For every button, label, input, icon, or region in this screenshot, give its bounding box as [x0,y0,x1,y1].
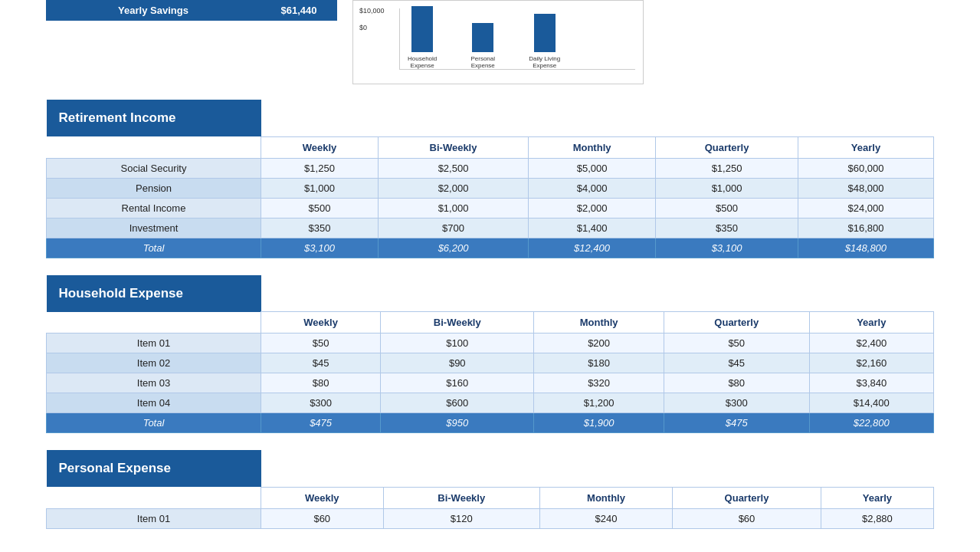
chart-y-label-low: $0 [359,24,385,31]
retirement-total-biweekly: $6,200 [379,238,529,258]
household-row-1-label: Item 02 [47,353,261,373]
retirement-total-label: Total [47,238,261,258]
chart-bar-label-personal: Personal Expense [460,55,506,69]
household-row-0-yearly: $2,400 [809,334,933,353]
yearly-savings-row: Yearly Savings $61,440 [46,0,337,21]
retirement-row-1-quarterly: $1,000 [656,178,798,198]
retirement-header-row: Retirement Income [47,100,934,136]
household-row-0-quarterly: $50 [664,334,809,353]
retirement-row-0-biweekly: $2,500 [379,158,529,178]
household-row-1-monthly: $180 [534,353,664,373]
retirement-row-0-quarterly: $1,250 [656,158,798,178]
chart-bar-label-daily: Daily LivingExpense [529,55,560,69]
household-row-1: Item 02 $45 $90 $180 $45 $2,160 [47,353,934,373]
retirement-row-0-yearly: $60,000 [798,158,933,178]
chart-bar-group-2: Personal Expense [460,23,506,69]
retirement-row-2-biweekly: $1,000 [379,198,529,218]
household-row-3-weekly: $300 [261,393,381,413]
household-row-3-biweekly: $600 [381,393,534,413]
retirement-row-2: Rental Income $500 $1,000 $2,000 $500 $2… [47,198,934,218]
personal-col-yearly: Yearly [821,487,933,508]
household-header-row: Household Expense [47,275,934,312]
household-row-0: Item 01 $50 $100 $200 $50 $2,400 [47,334,934,353]
household-row-2-label: Item 03 [47,373,261,393]
household-row-1-biweekly: $90 [381,353,534,373]
chart-bar-household [411,6,433,52]
personal-row-0-yearly: $2,880 [821,508,933,528]
personal-col-monthly: Monthly [539,487,672,508]
retirement-row-3: Investment $350 $700 $1,400 $350 $16,800 [47,218,934,238]
household-row-0-biweekly: $100 [381,334,534,353]
household-col-weekly: Weekly [261,312,381,334]
personal-row-0-label: Item 01 [47,508,261,528]
page-wrapper: Yearly Savings $61,440 $10,000 $0 Househ… [0,0,980,546]
household-row-2-weekly: $80 [261,373,381,393]
retirement-row-3-quarterly: $350 [656,218,798,238]
personal-row-0-biweekly: $120 [383,508,539,528]
personal-row-0-weekly: $60 [261,508,384,528]
retirement-section-title: Retirement Income [47,100,261,136]
chart-container: $10,000 $0 HouseholdExpense Personal Exp… [352,0,644,84]
household-row-2: Item 03 $80 $160 $320 $80 $3,840 [47,373,934,393]
retirement-row-3-label: Investment [47,218,261,238]
personal-header-row: Personal Expense [47,450,934,487]
chart-bars-area: HouseholdExpense Personal Expense Daily … [399,8,635,70]
household-total-row: Total $475 $950 $1,900 $475 $22,800 [47,413,934,433]
retirement-income-section: Retirement Income Weekly Bi-Weekly Month… [46,100,934,258]
chart-bar-personal [472,23,493,52]
household-row-1-quarterly: $45 [664,353,809,373]
household-row-3-monthly: $1,200 [534,393,664,413]
retirement-income-table: Retirement Income Weekly Bi-Weekly Month… [46,100,934,258]
household-total-yearly: $22,800 [809,413,933,433]
retirement-total-row: Total $3,100 $6,200 $12,400 $3,100 $148,… [47,238,934,258]
personal-col-quarterly: Quarterly [673,487,821,508]
household-row-0-label: Item 01 [47,334,261,353]
household-total-label: Total [47,413,261,433]
retirement-row-3-monthly: $1,400 [529,218,656,238]
retirement-row-0-monthly: $5,000 [529,158,656,178]
chart-y-labels: $10,000 $0 [359,7,385,31]
retirement-col-biweekly: Bi-Weekly [379,136,529,158]
retirement-row-0-weekly: $1,250 [261,158,379,178]
chart-bar-group-3: Daily LivingExpense [529,14,560,69]
retirement-row-0: Social Security $1,250 $2,500 $5,000 $1,… [47,158,934,178]
household-row-3-label: Item 04 [47,393,261,413]
retirement-row-3-yearly: $16,800 [798,218,933,238]
yearly-savings-block: Yearly Savings $61,440 [46,0,337,84]
household-row-3-quarterly: $300 [664,393,809,413]
household-expense-section: Household Expense Weekly Bi-Weekly Month… [46,275,934,434]
household-total-biweekly: $950 [381,413,534,433]
retirement-col-monthly: Monthly [529,136,656,158]
retirement-col-headers: Weekly Bi-Weekly Monthly Quarterly Yearl… [47,136,934,158]
retirement-total-quarterly: $3,100 [656,238,798,258]
retirement-col-weekly: Weekly [261,136,379,158]
personal-col-weekly: Weekly [261,487,384,508]
household-col-biweekly: Bi-Weekly [381,312,534,334]
household-total-quarterly: $475 [664,413,809,433]
personal-row-0-quarterly: $60 [673,508,821,528]
retirement-row-1-monthly: $4,000 [529,178,656,198]
retirement-row-2-quarterly: $500 [656,198,798,218]
chart-y-label-high: $10,000 [359,7,385,15]
retirement-total-monthly: $12,400 [529,238,656,258]
personal-col-headers: Weekly Bi-Weekly Monthly Quarterly Yearl… [47,487,934,508]
household-row-2-monthly: $320 [534,373,664,393]
retirement-row-1-label: Pension [47,178,261,198]
household-row-3: Item 04 $300 $600 $1,200 $300 $14,400 [47,393,934,413]
retirement-col-yearly: Yearly [798,136,933,158]
retirement-row-2-label: Rental Income [47,198,261,218]
chart-bar-daily [534,14,556,52]
personal-row-0-monthly: $240 [539,508,672,528]
household-col-headers: Weekly Bi-Weekly Monthly Quarterly Yearl… [47,312,934,334]
household-total-weekly: $475 [261,413,381,433]
retirement-row-3-weekly: $350 [261,218,379,238]
household-total-monthly: $1,900 [534,413,664,433]
retirement-row-2-monthly: $2,000 [529,198,656,218]
household-row-3-yearly: $14,400 [809,393,933,413]
household-row-2-quarterly: $80 [664,373,809,393]
household-section-title: Household Expense [47,275,261,312]
household-row-0-monthly: $200 [534,334,664,353]
household-row-1-weekly: $45 [261,353,381,373]
retirement-row-1-yearly: $48,000 [798,178,933,198]
retirement-row-1-biweekly: $2,000 [379,178,529,198]
